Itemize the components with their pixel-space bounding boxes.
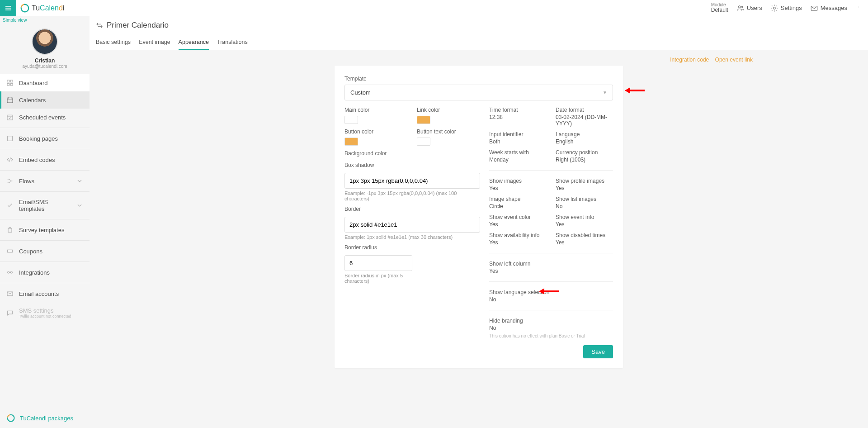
setting-show-event-info[interactable]: Show event infoYes <box>556 214 613 228</box>
border-radius-input[interactable] <box>344 255 412 271</box>
appearance-card: Template Custom ▼ Main color <box>335 66 623 368</box>
svg-rect-10 <box>10 80 13 82</box>
setting-show-images[interactable]: Show imagesYes <box>489 178 547 191</box>
link-color-swatch[interactable] <box>417 116 430 124</box>
template-select[interactable]: Custom ▼ <box>344 85 613 100</box>
page-icon <box>6 135 14 142</box>
logo-icon <box>6 414 15 423</box>
envelope-icon <box>810 4 818 12</box>
setting-hide-branding[interactable]: Hide branding No This option has no effe… <box>489 318 613 339</box>
setting-show-event-color[interactable]: Show event colorYes <box>489 214 547 228</box>
profile-email: ayuda@tucalendi.com <box>0 64 90 69</box>
svg-rect-11 <box>7 83 9 86</box>
menu-toggle-button[interactable] <box>0 0 16 16</box>
svg-point-8 <box>858 7 859 8</box>
separator <box>489 281 613 282</box>
setting-date-format[interactable]: Date format03-02-2024 (DD-MM-YYYY) <box>556 107 613 127</box>
setting-language[interactable]: LanguageEnglish <box>556 131 613 145</box>
settings-link[interactable]: Settings <box>770 4 802 12</box>
nav-survey-templates[interactable]: Survey templates <box>0 221 90 238</box>
nav-scheduled-events[interactable]: Scheduled events <box>0 109 90 126</box>
setting-time-format[interactable]: Time format12:38 <box>489 107 547 127</box>
packages-link[interactable]: TuCalendi packages <box>20 415 73 422</box>
button-color-swatch[interactable] <box>344 138 358 146</box>
save-button[interactable]: Save <box>583 345 613 358</box>
swap-icon[interactable] <box>96 22 103 29</box>
box-shadow-input[interactable] <box>344 173 480 189</box>
module-selector[interactable]: Module Default <box>711 2 728 13</box>
users-icon <box>736 4 745 12</box>
simple-view-toggle[interactable]: Simple view <box>0 16 90 24</box>
nav-label: Email accounts <box>19 290 59 297</box>
nav-flows[interactable]: Flows <box>0 172 90 190</box>
open-event-link[interactable]: Open event link <box>715 57 753 63</box>
nav-embed-codes[interactable]: Embed codes <box>0 151 90 168</box>
more-menu-button[interactable] <box>855 4 863 12</box>
setting-show-left-column[interactable]: Show left columnYes <box>489 261 613 274</box>
calendar-icon <box>6 96 14 104</box>
brand-logo[interactable]: TuCalendi <box>20 3 64 13</box>
tab-basic-settings[interactable]: Basic settings <box>96 35 131 50</box>
nav-label: Integrations <box>19 269 50 276</box>
separator <box>489 170 613 171</box>
nav-integrations[interactable]: Integrations <box>0 264 90 281</box>
setting-show-availability[interactable]: Show availability infoYes <box>489 232 547 246</box>
tab-appearance[interactable]: Appearance <box>179 35 209 50</box>
link-icon <box>6 269 14 276</box>
nav-sublabel: Twilio account not connected <box>19 314 71 319</box>
svg-point-16 <box>8 271 9 273</box>
nav-email-sms-templates[interactable]: Email/SMS templates <box>0 194 90 217</box>
nav-email-accounts[interactable]: Email accounts <box>0 285 90 302</box>
messages-link[interactable]: Messages <box>810 4 847 12</box>
sidebar-footer[interactable]: TuCalendi packages <box>0 414 90 423</box>
nav-sms-settings[interactable]: SMS settingsTwilio account not connected <box>0 302 90 323</box>
svg-rect-9 <box>7 80 9 82</box>
setting-week-starts[interactable]: Week starts withMonday <box>489 149 547 163</box>
nav: Dashboard Calendars Scheduled events Boo… <box>0 74 90 323</box>
check-icon <box>6 202 14 209</box>
border-input[interactable] <box>344 217 480 233</box>
messages-label: Messages <box>821 5 847 11</box>
nav-booking-pages[interactable]: Booking pages <box>0 130 90 147</box>
tab-event-image[interactable]: Event image <box>139 35 170 50</box>
svg-point-3 <box>741 6 743 8</box>
button-color-label: Button color <box>344 128 408 135</box>
setting-image-shape[interactable]: Image shapeCircle <box>489 196 547 209</box>
nav-divider <box>0 149 90 149</box>
svg-point-2 <box>738 5 741 8</box>
users-link[interactable]: Users <box>736 4 762 12</box>
chat-icon <box>6 309 14 317</box>
nav-divider <box>0 219 90 219</box>
logo-text: TuCalendi <box>32 4 64 12</box>
border-label: Border <box>344 206 480 212</box>
background-color-label: Background color <box>344 150 480 157</box>
setting-show-list-images[interactable]: Show list imagesNo <box>556 196 613 209</box>
nav-label: Booking pages <box>19 135 58 142</box>
profile-block: Cristian ayuda@tucalendi.com <box>0 24 90 71</box>
border-radius-hint: Border radius in px (max 5 characters) <box>344 273 412 284</box>
button-text-color-swatch[interactable] <box>417 138 430 146</box>
hamburger-icon <box>5 5 12 12</box>
setting-input-identifier[interactable]: Input identifierBoth <box>489 131 547 145</box>
logo-icon <box>20 3 30 13</box>
nav-label: Embed codes <box>19 157 55 163</box>
button-text-color-label: Button text color <box>417 128 480 135</box>
tab-translations[interactable]: Translations <box>217 35 248 50</box>
main-color-swatch[interactable] <box>344 116 358 124</box>
svg-rect-13 <box>7 98 13 103</box>
setting-show-profile-images[interactable]: Show profile imagesYes <box>556 178 613 191</box>
nav-label: Coupons <box>19 248 42 255</box>
setting-show-language-selection[interactable]: Show language selection No <box>489 289 613 303</box>
setting-show-disabled-times[interactable]: Show disabled timesYes <box>556 232 613 246</box>
settings-label: Settings <box>781 5 802 11</box>
nav-coupons[interactable]: Coupons <box>0 243 90 260</box>
nav-dashboard[interactable]: Dashboard <box>0 74 90 91</box>
nav-label: Scheduled events <box>19 114 66 121</box>
main-color-label: Main color <box>344 107 408 113</box>
avatar[interactable] <box>32 29 58 55</box>
nav-label: Survey templates <box>19 227 64 233</box>
integration-code-link[interactable]: Integration code <box>670 57 709 63</box>
page-title: Primer Calendario <box>107 21 169 30</box>
nav-calendars[interactable]: Calendars <box>0 91 90 109</box>
setting-currency-position[interactable]: Currency positionRight (100$) <box>556 149 613 163</box>
